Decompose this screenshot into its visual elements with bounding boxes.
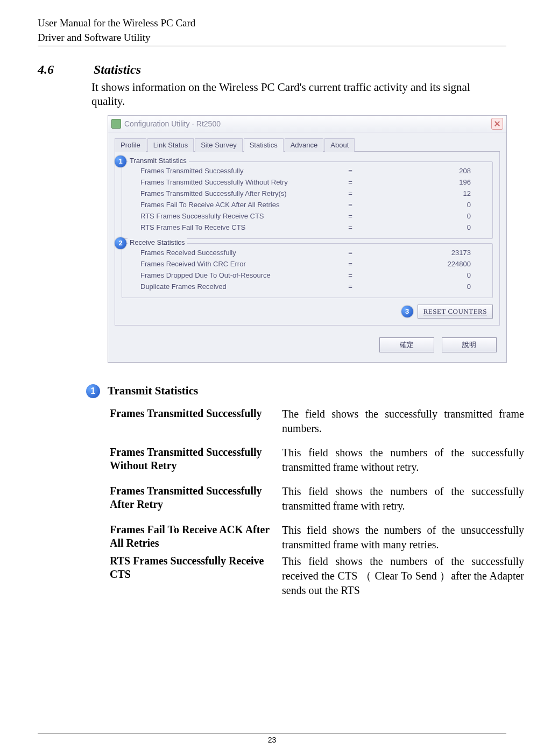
stat-row: Frames Received Successfully=23173	[128, 247, 487, 258]
stat-label: Frames Dropped Due To Out-of-Resource	[128, 271, 340, 279]
stat-value: 23173	[361, 249, 487, 257]
window-title: Configuration Utility - Rt2500	[124, 119, 221, 128]
tab-statistics[interactable]: Statistics	[244, 138, 284, 152]
description-callout-icon: 1	[86, 384, 100, 398]
stat-label: Frames Transmitted Successfully After Re…	[128, 189, 340, 197]
description-row: Frames Transmitted Successfully The fiel…	[110, 407, 524, 436]
stat-row: Frames Dropped Due To Out-of-Resource=0	[128, 270, 487, 281]
stat-value: 0	[361, 282, 487, 291]
page-number: 23	[0, 736, 544, 744]
tab-advance[interactable]: Advance	[285, 138, 324, 152]
stat-value: 0	[361, 201, 487, 209]
stat-row: RTS Frames Fail To Receive CTS=0	[128, 222, 487, 233]
stat-row: Frames Received With CRC Error=224800	[128, 258, 487, 270]
help-button[interactable]: 說明	[442, 337, 497, 352]
description-definition: This field shows the numbers of the succ…	[282, 446, 524, 475]
transmit-group-title: Transmit Statistics	[128, 157, 189, 165]
description-definition: This field shows the numbers of the succ…	[282, 484, 524, 513]
description-row: Frames Transmitted Successfully Without …	[110, 446, 524, 475]
close-icon[interactable]	[491, 118, 503, 130]
stat-label: Frames Transmitted Successfully	[128, 167, 340, 175]
description-row: Frames Fail To Receive ACK After All Ret…	[110, 523, 524, 552]
transmit-statistics-group: 1 Transmit Statistics Frames Transmitted…	[122, 161, 493, 239]
stat-row: Frames Transmitted Successfully=208	[128, 165, 487, 176]
stat-value: 224800	[361, 260, 487, 268]
stat-label: Frames Received Successfully	[128, 249, 340, 257]
section-intro: It shows information on the Wireless PC …	[91, 80, 506, 109]
description-definition: This field shows the numbers of the succ…	[282, 554, 524, 598]
callout-badge-3: 3	[401, 306, 413, 317]
app-window: Configuration Utility - Rt2500 Profile L…	[108, 115, 507, 363]
stat-row: Frames Transmitted Successfully Without …	[128, 176, 487, 188]
tab-profile[interactable]: Profile	[115, 138, 146, 152]
description-row: RTS Frames Successfully Receive CTS This…	[110, 554, 524, 598]
stat-label: Frames Transmitted Successfully Without …	[128, 178, 340, 186]
stat-label: RTS Frames Successfully Receive CTS	[128, 212, 340, 220]
header-line-1: User Manual for the Wireless PC Card	[38, 16, 506, 31]
app-icon	[111, 119, 121, 129]
description-definition: The field shows the successfully transmi…	[282, 407, 524, 436]
description-term: RTS Frames Successfully Receive CTS	[110, 554, 271, 581]
tab-link-status[interactable]: Link Status	[147, 138, 194, 152]
stat-row: Duplicate Frames Received=0	[128, 281, 487, 292]
stat-label: Duplicate Frames Received	[128, 282, 340, 291]
ok-button[interactable]: 確定	[379, 337, 434, 352]
section-title: Statistics	[94, 62, 141, 76]
description-term: Frames Transmitted Successfully	[110, 407, 271, 420]
stat-value: 12	[361, 189, 487, 197]
header-line-2: Driver and Software Utility	[38, 31, 506, 47]
description-definition: This field shows the numbers of the unsu…	[282, 523, 524, 552]
stat-label: RTS Frames Fail To Receive CTS	[128, 223, 340, 231]
description-term: Frames Transmitted Successfully Without …	[110, 446, 271, 472]
stat-value: 0	[361, 223, 487, 231]
callout-badge-2: 2	[115, 237, 126, 249]
reset-counters-button[interactable]: RESET COUNTERS	[418, 305, 493, 319]
stat-row: Frames Fail To Receive ACK After All Ret…	[128, 199, 487, 210]
window-titlebar: Configuration Utility - Rt2500	[108, 116, 506, 132]
tab-strip: Profile Link Status Site Survey Statisti…	[115, 138, 500, 152]
description-row: Frames Transmitted Successfully After Re…	[110, 484, 524, 513]
stat-row: RTS Frames Successfully Receive CTS=0	[128, 210, 487, 222]
receive-statistics-group: 2 Receive Statistics Frames Received Suc…	[122, 243, 493, 298]
stat-label: Frames Fail To Receive ACK After All Ret…	[128, 201, 340, 209]
callout-badge-1: 1	[115, 156, 126, 167]
stat-value: 208	[361, 167, 487, 175]
description-term: Frames Transmitted Successfully After Re…	[110, 484, 271, 511]
stat-value: 0	[361, 271, 487, 279]
stat-value: 0	[361, 212, 487, 220]
stat-row: Frames Transmitted Successfully After Re…	[128, 188, 487, 199]
tab-site-survey[interactable]: Site Survey	[195, 138, 242, 152]
stat-label: Frames Received With CRC Error	[128, 260, 340, 268]
stat-value: 196	[361, 178, 487, 186]
receive-group-title: Receive Statistics	[128, 238, 187, 246]
description-term: Frames Fail To Receive ACK After All Ret…	[110, 523, 271, 550]
tab-about[interactable]: About	[324, 138, 355, 152]
section-number: 4.6	[38, 62, 91, 77]
description-title: Transmit Statistics	[108, 384, 198, 398]
